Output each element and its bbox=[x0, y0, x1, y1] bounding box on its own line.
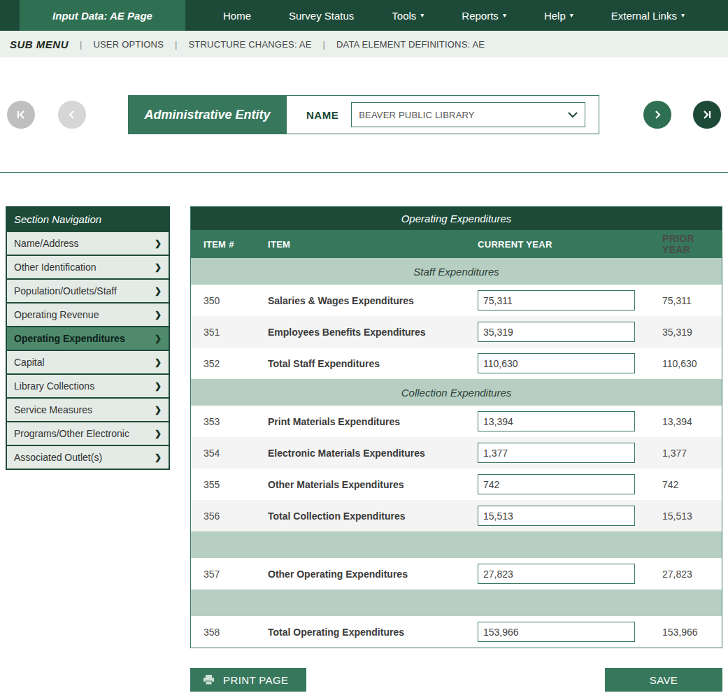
main-content: Section Navigation Name/Address❯ Other I… bbox=[0, 206, 728, 648]
next-record-button[interactable] bbox=[643, 101, 671, 129]
sidebar-item-programs-other-electronic[interactable]: Programs/Other Electronic❯ bbox=[7, 421, 169, 445]
submenu-bar: SUB MENU | USER OPTIONS | STRUCTURE CHAN… bbox=[0, 31, 728, 57]
chevron-right-icon: ❯ bbox=[155, 429, 162, 438]
sidebar-item-library-collections[interactable]: Library Collections❯ bbox=[7, 373, 169, 397]
sidebar-title: Section Navigation bbox=[7, 208, 169, 231]
first-record-button[interactable] bbox=[7, 101, 35, 129]
current-year-input-351[interactable] bbox=[478, 322, 635, 342]
item-name: Other Operating Expenditures bbox=[268, 569, 478, 580]
sidebar-item-population-outlets-staff[interactable]: Population/Outlets/Staff❯ bbox=[7, 278, 169, 302]
chevron-right-icon: ❯ bbox=[155, 310, 162, 320]
sidebar-item-name-address[interactable]: Name/Address❯ bbox=[7, 231, 169, 255]
item-name: Total Operating Expenditures bbox=[268, 627, 478, 638]
nav-tools[interactable]: Tools▾ bbox=[392, 10, 424, 22]
section-navigation-sidebar: Section Navigation Name/Address❯ Other I… bbox=[6, 206, 170, 470]
table-row: 355 Other Materials Expenditures 742 bbox=[191, 469, 722, 500]
current-year-input-356[interactable] bbox=[478, 506, 635, 526]
active-page-tab[interactable]: Input Data: AE Page bbox=[20, 0, 185, 31]
prior-year-value: 35,319 bbox=[649, 327, 709, 338]
col-current-year: CURRENT YEAR bbox=[478, 239, 649, 250]
col-prior-year: PRIOR YEAR bbox=[649, 233, 709, 255]
item-number: 357 bbox=[204, 569, 268, 580]
item-number: 351 bbox=[204, 327, 268, 338]
item-name: Other Materials Expenditures bbox=[268, 479, 478, 490]
col-item: ITEM bbox=[268, 239, 478, 250]
section-band-collection: Collection Expenditures bbox=[191, 379, 722, 406]
print-page-button[interactable]: PRINT PAGE bbox=[190, 668, 306, 692]
item-number: 354 bbox=[204, 448, 268, 459]
prior-year-value: 742 bbox=[649, 479, 709, 490]
section-band-staff: Staff Expenditures bbox=[191, 258, 722, 285]
prior-year-value: 15,513 bbox=[649, 510, 709, 522]
item-number: 356 bbox=[204, 510, 268, 522]
chevron-right-icon: ❯ bbox=[155, 452, 162, 462]
table-row: 358 Total Operating Expenditures 153,966 bbox=[191, 616, 722, 648]
prior-year-value: 75,311 bbox=[649, 295, 709, 306]
chevron-right-icon: ❯ bbox=[155, 357, 162, 367]
prior-year-value: 27,823 bbox=[649, 569, 709, 580]
nav-survey-status[interactable]: Survey Status bbox=[289, 10, 354, 22]
dropdown-caret-icon: ▾ bbox=[570, 12, 573, 19]
table-row: 353 Print Materials Expenditures 13,394 bbox=[191, 406, 722, 437]
first-record-icon bbox=[15, 109, 27, 120]
dropdown-caret-icon: ▾ bbox=[420, 12, 424, 19]
current-year-input-350[interactable] bbox=[478, 290, 635, 310]
sidebar-item-associated-outlets[interactable]: Associated Outlet(s)❯ bbox=[7, 445, 169, 469]
item-name: Total Staff Expenditures bbox=[268, 358, 478, 369]
nav-external-links[interactable]: External Links▾ bbox=[611, 10, 685, 22]
entity-type-title: Administrative Entity bbox=[128, 95, 287, 134]
current-year-input-357[interactable] bbox=[478, 564, 635, 584]
item-number: 358 bbox=[204, 627, 268, 638]
section-band-empty bbox=[191, 531, 722, 558]
sidebar-item-other-identification[interactable]: Other Identification❯ bbox=[7, 255, 169, 278]
item-name: Employees Benefits Expenditures bbox=[268, 327, 478, 338]
nav-help[interactable]: Help▾ bbox=[544, 10, 573, 22]
submenu-user-options[interactable]: USER OPTIONS bbox=[93, 39, 164, 50]
table-row: 354 Electronic Materials Expenditures 1,… bbox=[191, 437, 722, 469]
sidebar-item-operating-revenue[interactable]: Operating Revenue❯ bbox=[7, 302, 169, 326]
submenu-data-element-definitions[interactable]: DATA ELEMENT DEFINITIONS: AE bbox=[336, 39, 485, 50]
table-row: 350 Salaries & Wages Expenditures 75,311 bbox=[191, 285, 722, 316]
section-band-empty bbox=[191, 590, 722, 616]
last-record-button[interactable] bbox=[693, 101, 721, 129]
chevron-right-icon: ❯ bbox=[155, 334, 162, 343]
nav-home[interactable]: Home bbox=[223, 10, 251, 22]
item-name: Total Collection Expenditures bbox=[268, 510, 478, 522]
table-header-row: ITEM # ITEM CURRENT YEAR PRIOR YEAR bbox=[191, 230, 722, 258]
separator: | bbox=[175, 39, 177, 50]
table-row: 356 Total Collection Expenditures 15,513 bbox=[191, 500, 722, 531]
name-label: NAME bbox=[306, 109, 338, 121]
current-year-input-355[interactable] bbox=[478, 474, 635, 494]
current-year-input-352[interactable] bbox=[478, 353, 635, 373]
save-button[interactable]: SAVE bbox=[605, 668, 722, 692]
previous-record-button[interactable] bbox=[58, 101, 86, 129]
current-year-input-353[interactable] bbox=[478, 411, 635, 431]
item-name: Print Materials Expenditures bbox=[268, 416, 478, 427]
submenu-structure-changes[interactable]: STRUCTURE CHANGES: AE bbox=[188, 39, 311, 50]
prior-year-value: 1,377 bbox=[649, 448, 709, 459]
item-number: 353 bbox=[204, 416, 268, 427]
table-row: 351 Employees Benefits Expenditures 35,3… bbox=[191, 316, 722, 348]
prior-year-value: 13,394 bbox=[649, 416, 709, 427]
table-row: 352 Total Staff Expenditures 110,630 bbox=[191, 348, 722, 379]
dropdown-caret-icon: ▾ bbox=[681, 12, 685, 19]
printer-icon bbox=[203, 674, 215, 685]
current-year-input-354[interactable] bbox=[478, 443, 635, 463]
next-record-icon bbox=[652, 109, 663, 120]
chevron-down-icon bbox=[566, 110, 579, 120]
entity-selector-box: Administrative Entity NAME BEAVER PUBLIC… bbox=[128, 95, 599, 134]
nav-reports[interactable]: Reports▾ bbox=[462, 10, 506, 22]
entity-name-selected-value: BEAVER PUBLIC LIBRARY bbox=[359, 110, 475, 120]
chevron-right-icon: ❯ bbox=[155, 262, 162, 272]
entity-name-select[interactable]: BEAVER PUBLIC LIBRARY bbox=[351, 102, 585, 127]
dropdown-caret-icon: ▾ bbox=[503, 12, 506, 19]
sidebar-item-service-measures[interactable]: Service Measures❯ bbox=[7, 397, 169, 421]
chevron-right-icon: ❯ bbox=[155, 405, 162, 415]
operating-expenditures-panel: Operating Expenditures ITEM # ITEM CURRE… bbox=[190, 206, 722, 648]
current-year-input-358[interactable] bbox=[478, 622, 635, 642]
sidebar-item-capital[interactable]: Capital❯ bbox=[7, 350, 169, 373]
chevron-right-icon: ❯ bbox=[155, 381, 162, 391]
item-number: 350 bbox=[204, 295, 268, 306]
sidebar-item-operating-expenditures[interactable]: Operating Expenditures❯ bbox=[7, 326, 169, 350]
table-row: 357 Other Operating Expenditures 27,823 bbox=[191, 558, 722, 590]
